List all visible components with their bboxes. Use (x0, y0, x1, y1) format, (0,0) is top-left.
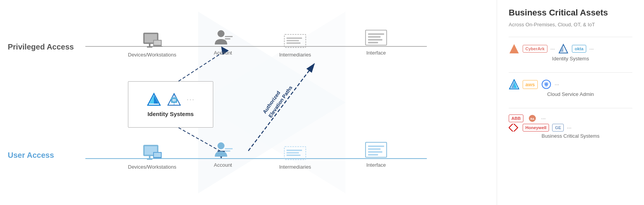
biz-critical-logos-2: Honeywell GE ··· (509, 124, 632, 132)
abb-logo: ABB (509, 114, 523, 122)
svg-rect-48 (287, 152, 299, 153)
user-account-label: Account (214, 162, 232, 168)
right-panel-subtitle: Across On-Premises, Cloud, OT, & IoT (509, 22, 632, 27)
identity-systems-label: Identity Systems (147, 111, 193, 117)
priv-intermediaries-label: Intermediaries (279, 52, 311, 58)
svg-rect-22 (287, 40, 299, 41)
user-account-icon (211, 141, 235, 161)
svg-rect-42 (152, 158, 162, 159)
user-devices-icon (140, 143, 164, 162)
aws-logo: aws (523, 80, 538, 89)
svg-line-9 (249, 64, 314, 151)
priv-account-node: Account (211, 29, 235, 56)
priv-interface-icon (364, 29, 388, 48)
svg-rect-13 (147, 46, 152, 48)
svg-point-17 (218, 30, 224, 37)
user-interface-label: Interface (366, 162, 386, 168)
svg-marker-55 (509, 44, 519, 53)
user-devices-node: Devices/Workstations (128, 143, 176, 170)
svg-marker-30 (149, 95, 154, 104)
honeywell-logo: Honeywell (523, 124, 549, 132)
cyberark-logo: CyberArk (523, 45, 547, 53)
cyberark-icon (166, 92, 182, 108)
priv-devices-node: Devices/Workstations (128, 31, 176, 58)
sailpoint-icon (558, 43, 569, 54)
user-intermediaries-icon (283, 143, 307, 162)
svg-text:RA: RA (530, 118, 534, 120)
identity-systems-box: ··· Identity Systems (128, 81, 213, 128)
priv-account-label: Account (214, 50, 232, 56)
user-intermediaries-label: Intermediaries (279, 164, 311, 170)
svg-rect-25 (368, 33, 384, 35)
svg-rect-26 (368, 36, 380, 38)
rockwell-icon: RA (527, 114, 538, 122)
svg-rect-23 (287, 43, 300, 44)
ge-logo: GE (552, 124, 564, 132)
user-interface-icon (364, 141, 388, 161)
priv-devices-icon (140, 31, 164, 50)
divider-1 (509, 37, 632, 37)
azure-icon (146, 92, 162, 108)
identity-systems-section: CyberArk ··· okta ··· Identity Systems (509, 43, 632, 62)
priv-intermediaries-node: Intermediaries (279, 31, 311, 58)
dots-5: ··· (567, 125, 571, 131)
svg-rect-16 (152, 46, 162, 47)
divider-2 (509, 72, 632, 73)
svg-rect-28 (368, 42, 378, 43)
biz-critical-logos: ABB RA ··· (509, 114, 632, 122)
priv-interface-node: Interface (364, 29, 388, 56)
svg-rect-38 (149, 156, 150, 159)
dots-2: ··· (589, 46, 594, 52)
svg-rect-41 (154, 153, 161, 157)
ping-icon (509, 43, 520, 54)
main-container: Privileged Access User Access (0, 0, 644, 205)
priv-devices-label: Devices/Workstations (128, 52, 176, 58)
svg-rect-12 (149, 44, 150, 47)
svg-line-4 (178, 53, 221, 81)
svg-rect-27 (368, 39, 382, 40)
right-panel: Business Critical Assets Across On-Premi… (497, 0, 644, 205)
user-devices-label: Devices/Workstations (128, 164, 176, 170)
svg-marker-31 (154, 95, 159, 104)
right-panel-title: Business Critical Assets (509, 8, 632, 18)
svg-rect-52 (368, 148, 380, 150)
azure-vendor-icon (509, 79, 520, 90)
svg-rect-18 (225, 36, 233, 37)
svg-rect-51 (368, 145, 384, 147)
identity-vendors-logos: CyberArk ··· okta ··· (509, 43, 632, 54)
diagram-connections (0, 0, 497, 205)
diagram-area: Privileged Access User Access (0, 0, 497, 205)
svg-rect-49 (287, 155, 300, 156)
priv-interface-label: Interface (366, 50, 386, 56)
cloud-vendors-logos: aws ··· (509, 79, 632, 90)
priv-intermediaries-icon (283, 31, 307, 50)
svg-rect-53 (368, 151, 382, 152)
identity-box-icons: ··· (146, 92, 195, 108)
svg-rect-45 (225, 150, 230, 152)
svg-rect-21 (287, 38, 302, 39)
divider-3 (509, 108, 632, 108)
svg-rect-47 (287, 150, 302, 151)
svg-point-62 (545, 83, 548, 86)
gcp-icon (541, 79, 552, 90)
okta-logo: okta (572, 45, 586, 53)
dots-4: ··· (541, 115, 546, 121)
more-dots: ··· (186, 96, 195, 104)
priv-account-icon (211, 29, 235, 48)
dots-3: ··· (555, 81, 559, 87)
svg-rect-15 (154, 41, 161, 45)
identity-systems-vendor-label: Identity Systems (509, 56, 632, 62)
user-account-node: Account (211, 141, 235, 168)
user-intermediaries-node: Intermediaries (279, 143, 311, 170)
biz-critical-vendor-label: Business Critical Systems (509, 133, 632, 139)
biz-critical-section: ABB RA ··· Honeywell GE ··· Business Cri… (509, 114, 632, 139)
svg-rect-44 (225, 148, 233, 149)
svg-rect-65 (509, 124, 518, 132)
dots-1: ··· (551, 46, 555, 52)
cloud-service-vendor-label: Cloud Service Admin (509, 91, 632, 97)
cloud-service-section: aws ··· Cloud Service Admin (509, 79, 632, 97)
svg-rect-39 (147, 159, 152, 160)
user-interface-node: Interface (364, 141, 388, 168)
svg-rect-54 (368, 154, 378, 155)
svg-point-43 (218, 142, 224, 149)
